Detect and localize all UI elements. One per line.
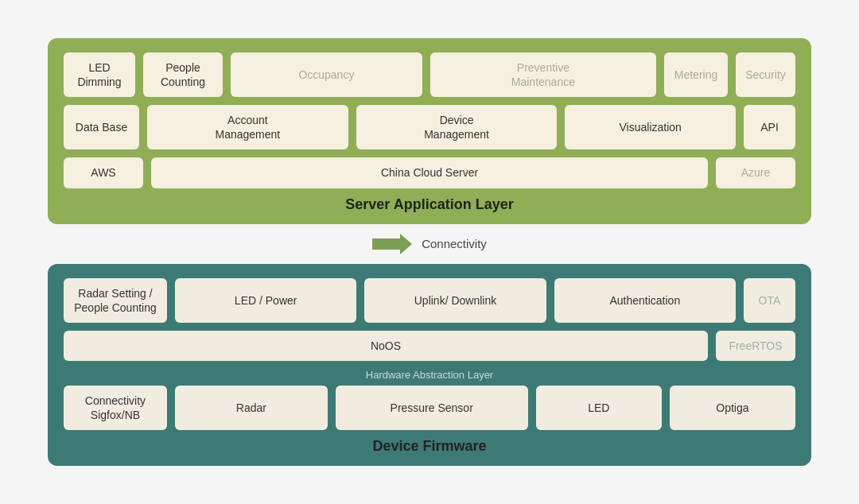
svg-marker-0 — [372, 234, 412, 254]
server-layer: LEDDimming PeopleCounting Occupancy Prev… — [48, 38, 811, 224]
device-row-1: Radar Setting /People Counting LED / Pow… — [64, 278, 795, 323]
connectivity-arrow-icon — [372, 232, 412, 256]
device-layer: Radar Setting /People Counting LED / Pow… — [48, 264, 811, 467]
api-box: API — [744, 105, 795, 149]
ota-box: OTA — [744, 278, 795, 323]
data-base-box: Data Base — [64, 105, 139, 149]
freertos-box: FreeRTOS — [716, 331, 795, 361]
pressure-sensor-box: Pressure Sensor — [336, 386, 528, 430]
radar-setting-box: Radar Setting /People Counting — [64, 278, 167, 323]
uplink-downlink-box: Uplink/ Downlink — [364, 278, 546, 323]
visualization-box: Visualization — [565, 105, 736, 149]
occupancy-box: Occupancy — [231, 52, 422, 97]
led-dimming-box: LEDDimming — [64, 52, 135, 97]
aws-box: AWS — [64, 157, 143, 188]
azure-box: Azure — [716, 157, 795, 188]
optiga-box: Optiga — [670, 386, 795, 430]
radar-box: Radar — [175, 386, 328, 430]
device-management-box: DeviceManagement — [356, 105, 558, 149]
device-row-3: ConnectivitySigfox/NB Radar Pressure Sen… — [64, 386, 795, 430]
metering-box: Metering — [664, 52, 728, 97]
china-cloud-server-box: China Cloud Server — [151, 157, 708, 188]
device-row-2: NoOS FreeRTOS — [64, 331, 795, 361]
server-layer-label: Server Application Layer — [64, 196, 795, 213]
people-counting-box: PeopleCounting — [143, 52, 223, 97]
account-management-box: AccountManagement — [147, 105, 348, 149]
main-container: LEDDimming PeopleCounting Occupancy Prev… — [48, 38, 811, 467]
server-row-1: LEDDimming PeopleCounting Occupancy Prev… — [64, 52, 795, 97]
server-row-2: Data Base AccountManagement DeviceManage… — [64, 105, 795, 149]
device-layer-label: Device Firmware — [64, 438, 795, 455]
preventive-maintenance-box: PreventiveMaintenance — [430, 52, 656, 97]
hal-label: Hardware Abstraction Layer — [64, 369, 795, 381]
connectivity-label: Connectivity — [422, 237, 487, 250]
led-hw-box: LED — [536, 386, 662, 430]
led-power-box: LED / Power — [175, 278, 356, 323]
server-row-3: AWS China Cloud Server Azure — [64, 157, 795, 188]
authentication-box: Authentication — [554, 278, 736, 323]
noOS-box: NoOS — [64, 331, 708, 361]
security-box: Security — [736, 52, 795, 97]
connectivity-section: Connectivity — [372, 232, 487, 256]
connectivity-sigfox-box: ConnectivitySigfox/NB — [64, 386, 167, 430]
